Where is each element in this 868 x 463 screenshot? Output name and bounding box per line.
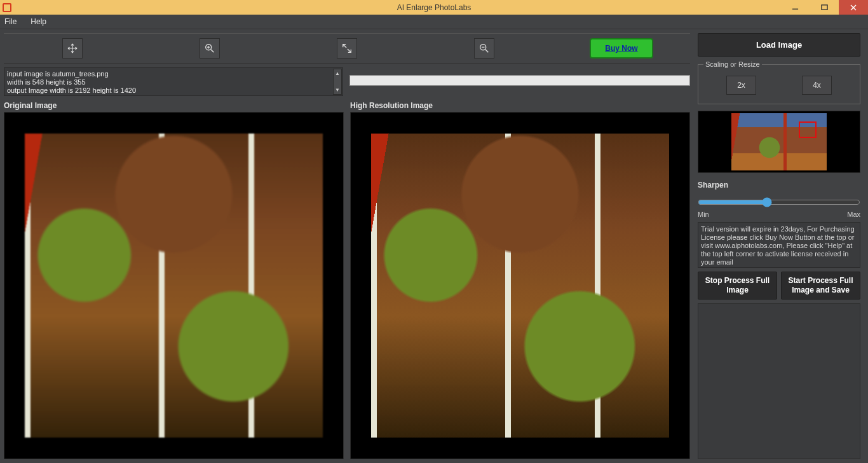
app-icon <box>3 3 11 12</box>
scaling-legend: Scaling or Resize <box>703 60 762 68</box>
content: Buy Now input image is autumn_trees.png … <box>0 29 868 463</box>
info-scrollbar[interactable]: ▲ ▼ <box>333 69 342 95</box>
window-title: AI Enlarge PhotoLabs <box>397 3 471 12</box>
svg-rect-1 <box>821 5 827 10</box>
highres-image <box>371 134 669 438</box>
menu-file[interactable]: File <box>4 17 17 26</box>
info-log[interactable]: input image is autumn_trees.png width is… <box>4 67 343 96</box>
progress-bar <box>349 75 690 86</box>
output-log-box <box>698 303 860 459</box>
maximize-button[interactable] <box>810 0 839 15</box>
slider-min-label: Min <box>698 211 709 218</box>
menu-help[interactable]: Help <box>31 17 46 26</box>
zoom-in-icon <box>204 43 215 54</box>
start-process-button[interactable]: Start Process Full Image and Save <box>781 272 860 300</box>
move-button[interactable] <box>62 38 83 59</box>
svg-line-5 <box>211 50 214 53</box>
scale-2x-button[interactable]: 2x <box>726 76 756 95</box>
close-icon <box>850 4 857 11</box>
window-controls <box>780 0 868 15</box>
minimize-icon <box>792 4 799 11</box>
move-icon <box>67 43 78 54</box>
right-panel: Load Image Scaling or Resize 2x 4x Sharp… <box>694 29 867 463</box>
slider-max-label: Max <box>847 211 860 218</box>
info-row: input image is autumn_trees.png width is… <box>4 67 690 96</box>
titlebar: AI Enlarge PhotoLabs <box>0 0 868 15</box>
menubar: File Help <box>0 15 868 29</box>
expand-icon <box>341 43 353 54</box>
thumbnail-viewport-rect[interactable] <box>799 121 817 138</box>
svg-line-9 <box>485 50 489 53</box>
scale-4x-button[interactable]: 4x <box>802 76 832 95</box>
viewers <box>4 112 690 459</box>
trial-info-box: Trial version will expire in 23days, For… <box>698 222 860 268</box>
zoom-out-button[interactable] <box>474 38 494 59</box>
sharpen-label: Sharpen <box>698 181 860 190</box>
labels-row: Original Image High Resolution Image <box>4 101 690 110</box>
sharpen-slider[interactable] <box>698 196 860 209</box>
info-line-2: width is 548 height is 355 <box>7 78 340 86</box>
buy-now-button[interactable]: Buy Now <box>590 38 653 59</box>
highres-label: High Resolution Image <box>350 101 690 110</box>
scroll-down-icon[interactable]: ▼ <box>334 86 341 94</box>
fullscreen-button[interactable] <box>337 38 357 59</box>
stop-process-button[interactable]: Stop Process Full Image <box>698 272 777 300</box>
scaling-fieldset: Scaling or Resize 2x 4x <box>698 60 860 104</box>
progress-wrap <box>349 67 690 96</box>
info-line-1: input image is autumn_trees.png <box>7 70 340 78</box>
thumbnail-navigator[interactable] <box>698 111 860 173</box>
close-button[interactable] <box>839 0 868 15</box>
original-image <box>25 134 323 438</box>
zoom-out-icon <box>478 43 490 54</box>
process-button-row: Stop Process Full Image Start Process Fu… <box>698 272 860 300</box>
toolbar: Buy Now <box>4 33 690 64</box>
left-panel: Buy Now input image is autumn_trees.png … <box>0 29 694 463</box>
zoom-in-button[interactable] <box>200 38 220 59</box>
minimize-button[interactable] <box>780 0 810 15</box>
original-viewer[interactable] <box>4 112 344 459</box>
original-label: Original Image <box>4 101 344 110</box>
load-image-button[interactable]: Load Image <box>698 33 860 57</box>
highres-viewer[interactable] <box>350 112 690 459</box>
maximize-icon <box>821 4 828 11</box>
scroll-up-icon[interactable]: ▲ <box>334 69 341 78</box>
sharpen-slider-wrap: Min Max <box>698 196 860 218</box>
info-line-3: output Image width is 2192 height is 142… <box>7 86 340 95</box>
